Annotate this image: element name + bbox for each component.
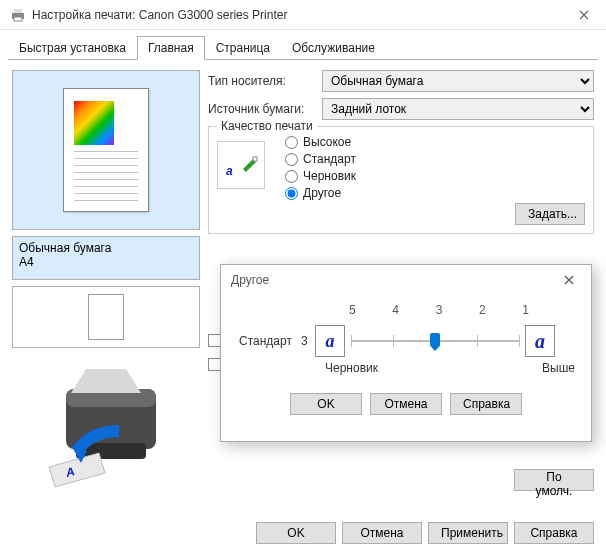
quality-icon: a <box>217 141 265 189</box>
media-type-select[interactable]: Обычная бумага <box>322 70 594 92</box>
tab-main[interactable]: Главная <box>137 36 205 60</box>
window-title: Настройка печати: Canon G3000 series Pri… <box>32 8 287 22</box>
quality-legend: Качество печати <box>217 119 317 133</box>
quality-standard[interactable]: Стандарт <box>285 152 356 166</box>
orientation-preview <box>12 286 200 348</box>
dlg-help-button[interactable]: Справка <box>450 393 522 415</box>
slider-value: 3 <box>301 334 315 348</box>
quality-set-button[interactable]: Задать... <box>515 203 585 225</box>
svg-rect-11 <box>253 157 257 161</box>
dlg-title: Другое <box>231 273 269 287</box>
svg-text:a: a <box>226 164 233 178</box>
sample-high-icon: a <box>525 325 555 357</box>
paper-source-select[interactable]: Задний лоток <box>322 98 594 120</box>
dlg-ok-button[interactable]: OK <box>290 393 362 415</box>
tab-service[interactable]: Обслуживание <box>281 36 386 60</box>
printer-illustration: A <box>12 354 200 494</box>
paper-source-caption: Источник бумаги: <box>208 102 312 116</box>
titlebar: Настройка печати: Canon G3000 series Pri… <box>0 0 606 30</box>
svg-marker-7 <box>49 453 105 487</box>
slider-caption: Стандарт <box>239 334 301 348</box>
media-info: Обычная бумага A4 <box>12 236 200 280</box>
defaults-button[interactable]: По умолч. <box>514 469 594 491</box>
media-type-label: Обычная бумага <box>19 241 193 255</box>
dlg-cancel-button[interactable]: Отмена <box>370 393 442 415</box>
tabstrip: Быстрая установка Главная Страница Обслу… <box>8 36 598 60</box>
quality-slider[interactable] <box>351 329 519 353</box>
quality-draft[interactable]: Черновик <box>285 169 356 183</box>
tab-quick-setup[interactable]: Быстрая установка <box>8 36 137 60</box>
page-size-label: A4 <box>19 255 193 269</box>
ok-button[interactable]: OK <box>256 522 336 544</box>
apply-button[interactable]: Применить <box>428 522 508 544</box>
slider-left-caption: Черновик <box>325 361 378 375</box>
quality-group: Качество печати a Высокое Стандарт Черно… <box>208 126 594 234</box>
help-button[interactable]: Справка <box>514 522 594 544</box>
quality-high[interactable]: Высокое <box>285 135 356 149</box>
slider-right-caption: Выше <box>542 361 575 375</box>
dialog-footer: OK Отмена Применить Справка <box>0 522 606 544</box>
cancel-button[interactable]: Отмена <box>342 522 422 544</box>
tab-page[interactable]: Страница <box>205 36 281 60</box>
quality-other[interactable]: Другое <box>285 186 356 200</box>
sample-low-icon: a <box>315 325 345 357</box>
close-icon[interactable] <box>561 0 606 30</box>
slider-ticks: 54321 <box>349 303 529 317</box>
media-type-caption: Тип носителя: <box>208 74 312 88</box>
svg-marker-5 <box>71 369 141 393</box>
svg-rect-1 <box>14 9 22 13</box>
page-preview <box>12 70 200 230</box>
custom-quality-dialog: Другое 54321 Стандарт 3 a a Черновик Выш… <box>220 264 592 442</box>
svg-rect-2 <box>14 17 22 21</box>
dlg-close-icon[interactable] <box>546 265 591 295</box>
printer-icon <box>10 7 26 23</box>
